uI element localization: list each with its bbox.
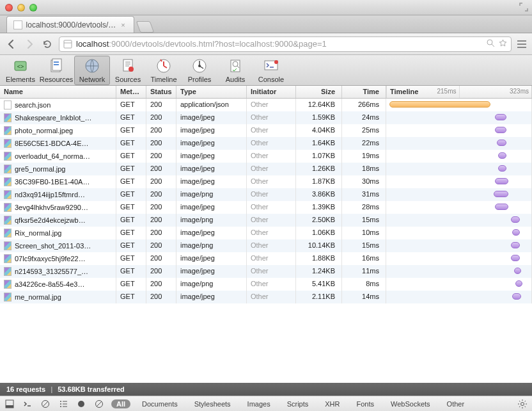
file-icon xyxy=(4,254,12,263)
dock-icon[interactable] xyxy=(4,398,15,410)
cell-timeline xyxy=(386,99,532,111)
globe-icon xyxy=(63,40,72,49)
star-icon[interactable] xyxy=(499,39,507,49)
col-initiator[interactable]: Initiator xyxy=(247,86,296,98)
svg-point-28 xyxy=(60,401,61,402)
mac-titlebar xyxy=(0,0,532,15)
cell-initiator: Other xyxy=(247,111,296,124)
cell-type: image/png xyxy=(176,214,247,227)
table-row[interactable]: photo_normal.jpegGET200image/jpegOther4.… xyxy=(0,124,532,137)
cell-status: 200 xyxy=(146,99,176,111)
table-row[interactable]: overloadut_64_norma…GET200image/jpegOthe… xyxy=(0,150,532,163)
window-close-icon[interactable] xyxy=(5,4,13,12)
cell-type: image/jpeg xyxy=(176,137,247,150)
col-status[interactable]: Status xyxy=(146,86,176,98)
cell-time: 15ms xyxy=(342,214,386,227)
cell-timeline xyxy=(386,227,532,239)
cell-type: image/jpeg xyxy=(176,265,247,278)
table-row[interactable]: Rix_normal.jpgGET200image/jpegOther1.06K… xyxy=(0,227,532,239)
table-row[interactable]: nd3xq914iijp15ftmrd…GET200image/pngOther… xyxy=(0,188,532,201)
table-row[interactable]: Shakespeare_Inkblot_…GET200image/jpegOth… xyxy=(0,111,532,124)
devtab-resources[interactable]: Resources xyxy=(38,56,74,85)
reload-button[interactable] xyxy=(41,38,54,51)
table-row[interactable]: search.jsonGET200application/jsonOther12… xyxy=(0,99,532,111)
cell-timeline xyxy=(386,137,532,150)
browser-tab[interactable]: localhost:9000/devtools/dev × xyxy=(6,16,134,33)
col-type[interactable]: Type xyxy=(176,86,247,98)
file-name: overloadut_64_norma… xyxy=(15,152,90,160)
table-row[interactable]: 3evg4lhkhv5raw9290…GET200image/jpegOther… xyxy=(0,201,532,214)
svg-point-29 xyxy=(60,403,61,405)
table-row[interactable]: gre5_normal.jpgGET200image/jpegOther1.26… xyxy=(0,163,532,175)
menu-icon[interactable] xyxy=(517,40,527,49)
cell-method: GET xyxy=(116,124,146,137)
cell-size: 1.88KB xyxy=(296,252,342,265)
console-icon[interactable] xyxy=(22,398,33,410)
file-name: me_normal.jpg xyxy=(15,293,61,301)
devtab-console[interactable]: Console xyxy=(253,56,289,85)
devtab-network[interactable]: Network xyxy=(74,56,110,85)
cell-time: 28ms xyxy=(342,201,386,214)
search-icon[interactable] xyxy=(487,39,495,49)
network-icon xyxy=(83,57,101,75)
filter-stylesheets[interactable]: Stylesheets xyxy=(189,399,236,408)
cell-size: 1.24KB xyxy=(296,265,342,278)
filter-websockets[interactable]: WebSockets xyxy=(386,399,435,408)
col-size[interactable]: Size xyxy=(296,86,342,98)
col-method[interactable]: Met… xyxy=(116,86,146,98)
network-table[interactable]: search.jsonGET200application/jsonOther12… xyxy=(0,99,532,385)
cell-type: image/jpeg xyxy=(176,252,247,265)
back-button[interactable] xyxy=(5,38,18,51)
filter-images[interactable]: Images xyxy=(242,399,276,408)
devtab-elements[interactable]: <>Elements xyxy=(3,56,38,85)
table-row[interactable]: 36C39FB0-1BE1-40A…GET200image/jpegOther1… xyxy=(0,175,532,188)
cell-initiator: Other xyxy=(247,265,296,278)
cell-type: image/png xyxy=(176,239,247,252)
devtab-audits[interactable]: Audits xyxy=(217,56,253,85)
new-tab-button[interactable] xyxy=(136,21,155,33)
table-row[interactable]: a34226ce-8a55-4e3…GET200image/pngOther5.… xyxy=(0,278,532,291)
devtab-sources[interactable]: Sources xyxy=(110,56,146,85)
settings-icon[interactable] xyxy=(517,398,528,410)
address-bar[interactable]: localhost:9000/devtools/devtools.html?ho… xyxy=(59,36,512,52)
file-name: 8E56C5E1-BDCA-4E… xyxy=(15,140,89,147)
table-row[interactable]: qfksr5e2d4ekcejzwb…GET200image/pngOther2… xyxy=(0,214,532,227)
cell-timeline xyxy=(386,201,532,214)
devtab-timeline[interactable]: Timeline xyxy=(146,56,182,85)
filter-documents[interactable]: Documents xyxy=(137,399,183,408)
filter-xhr[interactable]: XHR xyxy=(320,399,345,408)
filter-fonts[interactable]: Fonts xyxy=(352,399,380,408)
cell-time: 11ms xyxy=(342,265,386,278)
file-name: qfksr5e2d4ekcejzwb… xyxy=(15,216,86,224)
cell-type: image/jpeg xyxy=(176,150,247,163)
col-name[interactable]: Name xyxy=(0,86,116,98)
col-timeline[interactable]: Timeline 323ms215ms xyxy=(386,86,532,98)
window-minimize-icon[interactable] xyxy=(17,4,25,12)
clear-icon[interactable] xyxy=(40,398,51,410)
cell-timeline xyxy=(386,175,532,188)
table-row[interactable]: 8E56C5E1-BDCA-4E…GET200image/jpegOther1.… xyxy=(0,137,532,150)
table-row[interactable]: Screen_shot_2011-03…GET200image/pngOther… xyxy=(0,239,532,252)
table-row[interactable]: 07lc9fxaxyc5hj9fe22…GET200image/jpegOthe… xyxy=(0,252,532,265)
table-row[interactable]: me_normal.jpgGET200image/jpegOther2.11KB… xyxy=(0,291,532,303)
tab-close-icon[interactable]: × xyxy=(121,22,127,28)
svg-point-2 xyxy=(487,40,492,45)
filter-other[interactable]: Other xyxy=(442,399,470,408)
window-zoom-icon[interactable] xyxy=(29,4,37,12)
devtab-profiles[interactable]: Profiles xyxy=(182,56,217,85)
col-time[interactable]: Time xyxy=(342,86,386,98)
filter-scripts[interactable]: Scripts xyxy=(282,399,314,408)
forward-button[interactable] xyxy=(23,38,36,51)
file-icon xyxy=(4,177,12,186)
record-icon[interactable] xyxy=(75,398,87,410)
cell-timeline xyxy=(386,252,532,265)
list-icon[interactable] xyxy=(58,398,69,410)
table-row[interactable]: n214593_31325577_…GET200image/jpegOther1… xyxy=(0,265,532,278)
window-expand-icon[interactable] xyxy=(519,3,528,12)
stop-icon[interactable] xyxy=(93,398,105,410)
cell-timeline xyxy=(386,124,532,137)
filter-all[interactable]: All xyxy=(111,399,130,408)
cell-method: GET xyxy=(116,214,146,227)
cell-method: GET xyxy=(116,188,146,201)
cell-method: GET xyxy=(116,150,146,163)
